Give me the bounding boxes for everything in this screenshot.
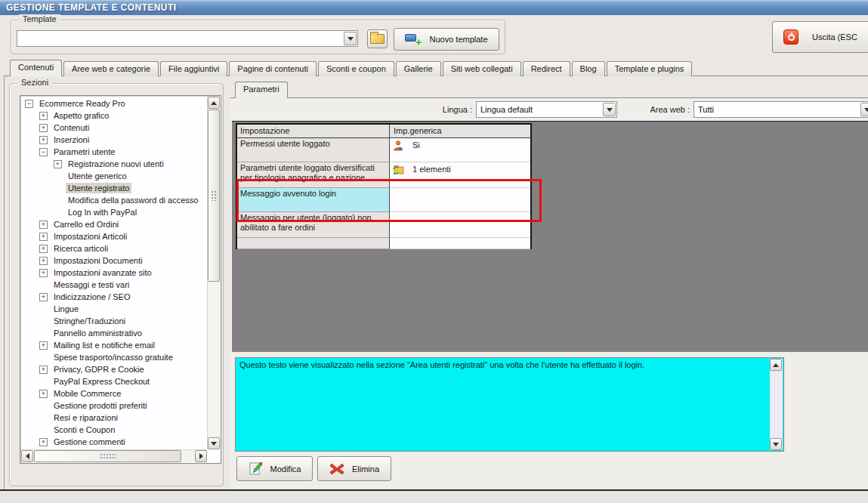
tree-item-lingue[interactable]: Lingue — [20, 303, 207, 315]
modifica-button[interactable]: Modifica — [236, 456, 313, 481]
tree-item-sconti-e-coupon[interactable]: Sconti e Coupon — [20, 424, 207, 436]
tree-item-ricerca-articoli[interactable]: +Ricerca articoli — [20, 242, 207, 255]
table-row-empty[interactable] — [237, 238, 530, 249]
folder-icon — [370, 34, 385, 44]
expand-icon[interactable]: + — [54, 160, 62, 168]
power-icon — [783, 29, 798, 45]
column-header-imp-generica[interactable]: Imp.generica — [390, 125, 530, 138]
tree-item-inserzioni[interactable]: +Inserzioni — [20, 134, 207, 146]
tab-contenuti[interactable]: Contenuti — [10, 60, 62, 76]
tree-item-impostazioni-documenti[interactable]: +Impostazioni Documenti — [20, 255, 207, 267]
tree-item-aspetto-grafico[interactable]: +Aspetto grafico — [20, 110, 207, 122]
scroll-down-button[interactable] — [208, 437, 220, 449]
main-panel-left-edge — [4, 76, 5, 489]
sections-group-label: Sezioni — [17, 78, 52, 87]
expand-icon[interactable]: + — [39, 245, 48, 253]
description-scrollbar[interactable] — [770, 359, 783, 450]
arrow-left-icon — [26, 453, 29, 459]
tab-blog[interactable]: Blog — [572, 61, 605, 76]
expand-icon[interactable]: + — [39, 438, 48, 446]
tree-item-paypal-express-checkout[interactable]: PayPal Express Checkout — [20, 375, 207, 387]
collapse-icon[interactable]: − — [25, 100, 33, 108]
tree-item-modifica-della-password-di-accesso[interactable]: Modifica della password di accesso — [20, 194, 207, 206]
tab-aree-web-e-categorie[interactable]: Aree web e categorie — [63, 61, 159, 76]
lingua-combobox-arrow[interactable] — [603, 103, 616, 116]
tree-item-label: Mailing list e notifiche email — [51, 340, 157, 350]
expand-icon[interactable]: + — [39, 293, 48, 301]
expand-icon[interactable]: + — [39, 341, 48, 350]
scroll-up-button[interactable] — [770, 359, 782, 371]
tree-item-contenuti[interactable]: +Contenuti — [20, 122, 207, 134]
expand-icon[interactable]: + — [39, 233, 48, 241]
tree-item-label: Gestione commenti — [51, 437, 128, 447]
scroll-up-button[interactable] — [208, 97, 220, 109]
tree-item-indicizzazione-seo[interactable]: +Indicizzazione / SEO — [20, 291, 207, 303]
tab-template-e-plugins[interactable]: Template e plugins — [607, 61, 693, 76]
tab-parametri[interactable]: Parametri — [235, 82, 288, 98]
scroll-down-button[interactable] — [770, 438, 782, 450]
tree-item-gestione-prodotti-preferiti[interactable]: Gestione prodotti preferiti — [20, 400, 207, 412]
tree-horizontal-scrollbar[interactable] — [21, 449, 207, 462]
tree-item-registrazione-nuovi-utenti[interactable]: +Registrazione nuovi utenti — [20, 158, 207, 170]
user-icon — [392, 139, 404, 153]
tree-item-label: Gestione prodotti preferiti — [51, 400, 150, 411]
expand-icon[interactable]: + — [39, 390, 48, 398]
tab-redirect[interactable]: Redirect — [523, 61, 570, 76]
expand-icon[interactable]: + — [39, 221, 48, 229]
tree-item-resi-e-riparazioni[interactable]: Resi e riparazioni — [20, 412, 207, 424]
new-template-label: Nuovo template — [429, 35, 487, 44]
tree-item-impostazioni-articoli[interactable]: +Impostazioni Articoli — [20, 230, 207, 242]
tree-item-impostazioni-avanzate-sito[interactable]: +Impostazioni avanzate sito — [20, 267, 207, 279]
footer-strip — [0, 491, 868, 503]
tree-item-mobile-commerce[interactable]: +Mobile Commerce — [20, 387, 207, 400]
expand-icon[interactable]: + — [39, 124, 48, 132]
template-combobox-arrow[interactable] — [344, 32, 357, 45]
column-header-impostazione[interactable]: Impostazione — [237, 125, 390, 138]
new-template-button[interactable]: + Nuovo template — [394, 28, 499, 51]
template-combobox[interactable] — [17, 30, 358, 47]
tree-item-gestione-commenti[interactable]: +Gestione commenti — [20, 436, 207, 448]
scroll-left-button[interactable] — [21, 450, 33, 462]
chevron-down-icon — [607, 108, 613, 112]
tree-vertical-scrollbar[interactable] — [207, 97, 220, 449]
collapse-icon[interactable]: − — [39, 148, 48, 156]
expand-icon[interactable]: + — [39, 257, 48, 265]
tree-item-ecommerce-ready-pro[interactable]: −Ecommerce Ready Pro — [20, 97, 207, 110]
tree-item-messaggi-e-testi-vari[interactable]: Messaggi e testi vari — [20, 279, 207, 291]
scroll-right-button[interactable] — [195, 450, 207, 462]
expand-icon[interactable]: + — [39, 366, 48, 374]
tree-item-pannello-amministrativo[interactable]: Pannello amministrativo — [20, 327, 207, 339]
tab-gallerie[interactable]: Gallerie — [396, 61, 441, 76]
tree-item-spese-trasporto-incasso-gratuite[interactable]: Spese trasporto/incasso gratuite — [20, 351, 207, 363]
vertical-scroll-thumb[interactable] — [208, 110, 220, 282]
tree-item-utente-registrato[interactable]: Utente registrato — [20, 182, 207, 194]
open-template-button[interactable] — [367, 29, 388, 48]
tab-siti-web-collegati[interactable]: Siti web collegati — [443, 61, 521, 76]
table-row-permessi-utente-loggato[interactable]: Permessi utente loggatoSi — [237, 138, 530, 162]
expand-icon[interactable]: + — [39, 136, 48, 144]
sections-tree: −Ecommerce Ready Pro+Aspetto grafico+Con… — [20, 95, 221, 464]
folder-elements-icon — [392, 163, 404, 177]
tab-sconti-e-coupon[interactable]: Sconti e coupon — [318, 61, 394, 76]
description-textarea[interactable]: Questo testo viene visualizzato nella se… — [235, 357, 784, 452]
tree-item-parametri-utente[interactable]: −Parametri utente — [20, 146, 207, 158]
elimina-button[interactable]: Elimina — [317, 456, 391, 481]
expand-icon[interactable]: + — [39, 112, 48, 120]
tab-file-aggiuntivi[interactable]: File aggiuntivi — [160, 61, 227, 76]
tree-item-label: Log In with PayPal — [66, 207, 139, 218]
tree-item-log-in-with-paypal[interactable]: Log In with PayPal — [20, 206, 207, 218]
exit-button[interactable]: Uscita (ESC — [772, 21, 868, 53]
tree-item-label: Stringhe/Traduzioni — [51, 316, 128, 326]
tree-item-carrello-ed-ordini[interactable]: +Carrello ed Ordini — [20, 218, 207, 230]
tree-item-privacy-gdpr-e-cookie[interactable]: +Privacy, GDPR e Cookie — [20, 363, 207, 375]
tree-item-mailing-list-e-notifiche-email[interactable]: +Mailing list e notifiche email — [20, 339, 207, 351]
area-web-combobox[interactable]: Tutti — [693, 101, 868, 118]
tab-pagine-di-contenuti[interactable]: Pagine di contenuti — [229, 61, 317, 76]
expand-icon[interactable]: + — [39, 269, 48, 277]
horizontal-scroll-thumb[interactable] — [34, 450, 181, 462]
tree-item-stringhe-traduzioni[interactable]: Stringhe/Traduzioni — [20, 315, 207, 327]
lingua-combobox[interactable]: Lingua default — [476, 101, 617, 118]
tree-item-utente-generico[interactable]: Utente generico — [20, 170, 207, 182]
area-web-combobox-arrow[interactable] — [860, 103, 868, 116]
annotation-rectangle — [236, 179, 542, 222]
